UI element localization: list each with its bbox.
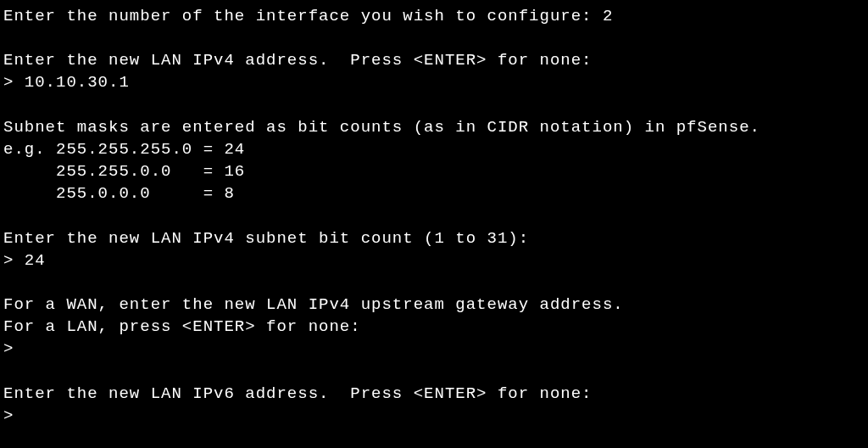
blank-line <box>3 27 865 49</box>
subnet-bitcount-prompt: Enter the new LAN IPv4 subnet bit count … <box>3 227 865 249</box>
ipv6-address-prompt: Enter the new LAN IPv6 address. Press <E… <box>3 383 865 405</box>
subnet-info-text: Subnet masks are entered as bit counts (… <box>3 116 865 138</box>
console-output: Enter the number of the interface you wi… <box>3 5 865 448</box>
blank-line <box>3 205 865 227</box>
gateway-input: > <box>3 338 865 360</box>
subnet-example-16: 255.255.0.0 = 16 <box>3 160 865 182</box>
gateway-lan-info: For a LAN, press <ENTER> for none: <box>3 316 865 338</box>
subnet-example-24: e.g. 255.255.255.0 = 24 <box>3 138 865 160</box>
blank-line <box>3 272 865 294</box>
interface-select-prompt: Enter the number of the interface you wi… <box>3 5 865 27</box>
blank-line <box>3 427 865 448</box>
ipv4-address-input: > 10.10.30.1 <box>3 71 865 93</box>
blank-line <box>3 361 865 383</box>
gateway-wan-info: For a WAN, enter the new LAN IPv4 upstre… <box>3 294 865 316</box>
subnet-bitcount-input: > 24 <box>3 249 865 272</box>
subnet-example-8: 255.0.0.0 = 8 <box>3 182 865 204</box>
ipv6-address-input: > <box>3 405 865 427</box>
ipv4-address-prompt: Enter the new LAN IPv4 address. Press <E… <box>3 49 865 71</box>
blank-line <box>3 94 865 116</box>
